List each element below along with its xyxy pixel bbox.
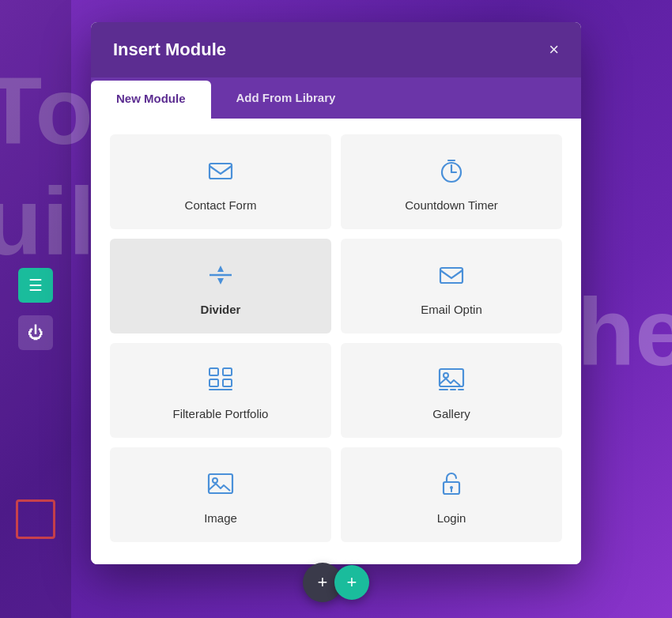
module-label-gallery: Gallery [432,407,470,420]
svg-rect-8 [210,379,218,386]
module-card-filterable-portfolio[interactable]: Filterable Portfolio [110,343,331,438]
svg-rect-7 [223,368,232,375]
svg-rect-0 [210,164,232,179]
modal-title: Insert Module [113,40,226,60]
module-label-filterable-portfolio: Filterable Portfolio [173,407,269,420]
modal-close-button[interactable]: × [549,41,559,58]
module-label-login: Login [437,511,466,525]
module-label-divider: Divider [201,303,241,316]
timer-icon [437,156,466,189]
module-card-login[interactable]: Login [341,447,562,542]
image-icon [206,469,235,502]
tab-new-module[interactable]: New Module [91,81,211,119]
module-grid: Contact Form Countdown Timer [110,134,562,542]
divider-icon [206,261,235,293]
lock-icon [437,469,466,502]
module-label-email-optin: Email Optin [421,303,482,316]
modal-body: Contact Form Countdown Timer [91,119,581,564]
modal-tabs: New Module Add From Library [91,77,581,119]
insert-module-modal: Insert Module × New Module Add From Libr… [91,22,581,564]
svg-point-12 [444,373,448,378]
email-optin-icon [437,261,466,293]
email-icon [206,156,235,189]
svg-rect-6 [210,368,218,375]
add-teal-button[interactable]: + [334,565,369,600]
modal-header: Insert Module × [91,22,581,77]
module-card-gallery[interactable]: Gallery [341,343,562,438]
gallery-icon [437,365,466,398]
svg-rect-5 [440,268,462,283]
modal-overlay: Insert Module × New Module Add From Libr… [0,0,672,618]
filterable-portfolio-icon [206,365,235,398]
module-card-contact-form[interactable]: Contact Form [110,134,331,229]
module-card-divider[interactable]: Divider [110,239,331,333]
svg-rect-11 [440,369,463,386]
svg-point-17 [213,478,217,483]
svg-marker-3 [217,266,224,272]
plus-icon-teal: + [347,572,357,593]
module-label-contact-form: Contact Form [185,198,257,212]
module-label-countdown-timer: Countdown Timer [405,198,498,212]
tab-add-from-library[interactable]: Add From Library [211,77,361,119]
module-label-image: Image [204,511,237,525]
module-card-countdown-timer[interactable]: Countdown Timer [341,134,562,229]
add-button-area: + + [303,563,369,602]
plus-icon-dark: + [318,572,328,593]
svg-rect-9 [223,379,232,386]
module-card-image[interactable]: Image [110,447,331,542]
module-card-email-optin[interactable]: Email Optin [341,239,562,333]
svg-marker-4 [217,278,224,285]
